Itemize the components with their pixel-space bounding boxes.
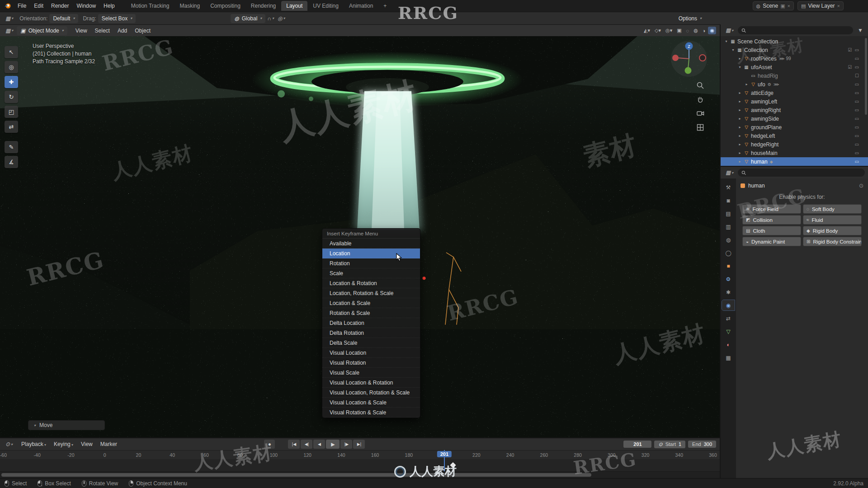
- workspace-tab-masking[interactable]: Masking: [175, 1, 205, 11]
- snap-toggle[interactable]: ∩▾: [265, 14, 276, 23]
- properties-search[interactable]: [738, 169, 865, 177]
- ortho-grid-icon[interactable]: [696, 123, 704, 131]
- drag-dropdown[interactable]: Select Box ▾: [98, 14, 136, 23]
- show-overlays-dropdown[interactable]: ◎▾: [664, 27, 674, 34]
- properties-tab-output[interactable]: ▤: [722, 208, 735, 219]
- outliner-row-hedgeright[interactable]: ▸▽hedgeRight▭: [721, 140, 868, 149]
- keyframe-menu-item-scale[interactable]: Scale: [322, 268, 420, 278]
- workspace-tab-uv-editing[interactable]: UV Editing: [308, 1, 344, 11]
- dynamic-paint-button[interactable]: ◒Dynamic Paint: [742, 237, 801, 246]
- properties-tab-particles[interactable]: ✱: [722, 287, 735, 297]
- force-field-button[interactable]: ≋Force Field: [742, 204, 801, 214]
- keyframe-menu-item-visual-location[interactable]: Visual Location: [322, 348, 420, 358]
- keyframe-menu-item-available[interactable]: Available: [322, 239, 420, 249]
- outliner-search-input[interactable]: [749, 28, 849, 33]
- viewport-menu-add[interactable]: Add: [114, 26, 131, 35]
- play-reverse-button[interactable]: ◀: [313, 440, 325, 449]
- collision-button[interactable]: ◩Collision: [742, 215, 801, 225]
- filter-icon[interactable]: ▼: [856, 26, 865, 34]
- viewport-menu-select[interactable]: Select: [91, 26, 113, 35]
- pan-hand-icon[interactable]: [696, 95, 704, 103]
- menu-window[interactable]: Window: [73, 1, 99, 10]
- outliner-row-roofpieces[interactable]: ▸▽roofPieces⋙99▭: [721, 54, 868, 63]
- timeline-track[interactable]: [0, 459, 720, 471]
- checkbox-icon[interactable]: ☑: [848, 65, 852, 70]
- screen-toggle-icon[interactable]: ▭: [855, 47, 859, 52]
- keyframe-menu-item-location[interactable]: Location: [322, 249, 420, 258]
- outliner-scrollbar[interactable]: [865, 38, 867, 115]
- workspace-tab-compositing[interactable]: Compositing: [205, 1, 245, 11]
- outliner-row-headrig[interactable]: ▭headRig☐: [721, 71, 868, 80]
- outliner-row-ufo[interactable]: ▸▽ufo⚙⋙▭: [721, 80, 868, 89]
- frame-end-field[interactable]: End 300: [688, 441, 716, 448]
- move-tool[interactable]: ✚: [5, 76, 18, 88]
- properties-tab-view-layer[interactable]: ▥: [722, 221, 735, 232]
- screen-toggle-icon[interactable]: ▭: [855, 159, 859, 164]
- viewport-menu-view[interactable]: View: [72, 26, 91, 35]
- new-scene-button[interactable]: ▣: [780, 3, 785, 9]
- fluid-button[interactable]: ≈Fluid: [803, 215, 862, 225]
- viewport-editor-type-button[interactable]: ▦ ▾: [4, 27, 15, 35]
- properties-tab-render[interactable]: ◙: [722, 195, 735, 206]
- expand-icon[interactable]: ▸: [737, 160, 743, 164]
- select-box-tool[interactable]: ↖: [5, 46, 18, 58]
- cursor-tool[interactable]: ◎: [5, 61, 18, 73]
- outliner-editor-type-button[interactable]: ▦ ▾: [724, 26, 735, 34]
- scene-selector[interactable]: ◍ Scene ▣ ×: [753, 1, 794, 10]
- annotate-tool[interactable]: ✎: [5, 141, 18, 153]
- jump-to-end-button[interactable]: ▶|: [353, 440, 365, 449]
- timeline-editor-type-button[interactable]: ⊙ ▾: [4, 440, 14, 448]
- rigid-body-button[interactable]: ◆Rigid Body: [803, 226, 862, 235]
- timeline-ruler[interactable]: -60-40-200204060801001201401601802002202…: [0, 450, 720, 459]
- editor-type-button[interactable]: ▦ ▾: [4, 14, 15, 23]
- timeline-scrollbar[interactable]: [0, 471, 720, 478]
- properties-tab-texture[interactable]: ▦: [722, 352, 735, 363]
- pin-icon[interactable]: ⊙: [859, 183, 863, 189]
- play-button[interactable]: ▶: [326, 440, 340, 449]
- expand-icon[interactable]: ▸: [737, 142, 743, 146]
- transform-tool[interactable]: ⇄: [5, 121, 18, 133]
- auto-keying-toggle[interactable]: ●: [264, 440, 275, 449]
- timeline-playhead[interactable]: 201: [444, 450, 445, 471]
- outliner-row-collection[interactable]: ▾▦Collection☑▭: [721, 46, 868, 54]
- workspace-tab-add[interactable]: +: [378, 1, 392, 11]
- expand-icon[interactable]: ▸: [737, 99, 743, 103]
- shading-rendered-button[interactable]: ◉: [708, 27, 716, 34]
- timeline-menu-keying[interactable]: Keying ▾: [50, 440, 77, 449]
- expand-icon[interactable]: ▸: [737, 91, 743, 95]
- properties-tab-world[interactable]: ◯: [722, 248, 735, 258]
- camera-view-icon[interactable]: [696, 109, 704, 117]
- outliner-search[interactable]: [738, 26, 853, 34]
- menu-help[interactable]: Help: [100, 1, 118, 10]
- cloth-button[interactable]: ▤Cloth: [742, 226, 801, 235]
- keyframe-menu-item-visual-location-rotation-scale[interactable]: Visual Location, Rotation & Scale: [322, 388, 420, 398]
- keyframe-menu-item-visual-rotation-scale[interactable]: Visual Rotation & Scale: [322, 408, 420, 418]
- keyframe-menu-item-delta-location[interactable]: Delta Location: [322, 318, 420, 328]
- frame-start-field[interactable]: ⊙ Start 1: [654, 441, 685, 448]
- jump-prev-keyframe-button[interactable]: ◀|: [301, 440, 312, 449]
- timeline-menu-marker[interactable]: Marker: [97, 440, 121, 449]
- outliner-row-scene-collection[interactable]: ▾▦Scene Collection: [721, 37, 868, 46]
- keyframe-menu-item-delta-scale[interactable]: Delta Scale: [322, 338, 420, 348]
- options-dropdown[interactable]: Options ▾: [675, 14, 705, 23]
- keyframe-menu-item-rotation-scale[interactable]: Rotation & Scale: [322, 308, 420, 318]
- keyframe-menu-item-visual-location-scale[interactable]: Visual Location & Scale: [322, 398, 420, 408]
- keyframe-menu-item-location-scale[interactable]: Location & Scale: [322, 298, 420, 308]
- blender-logo-icon[interactable]: [4, 2, 12, 9]
- outliner-row-human[interactable]: ▸▽human◆▭: [721, 157, 868, 166]
- properties-tab-modifiers[interactable]: ⚙: [722, 274, 735, 284]
- screen-toggle-icon[interactable]: ▭: [855, 90, 859, 95]
- keyframe-menu-item-visual-rotation[interactable]: Visual Rotation: [322, 358, 420, 368]
- expand-icon[interactable]: ▸: [744, 82, 750, 86]
- workspace-tab-motion-tracking[interactable]: Motion Tracking: [126, 1, 175, 11]
- properties-tab-constraints[interactable]: ⇄: [722, 313, 735, 324]
- expand-icon[interactable]: ▾: [737, 65, 743, 69]
- outliner-row-awningright[interactable]: ▸▽awningRight▭: [721, 106, 868, 114]
- outliner-row-atticedge[interactable]: ▸▽atticEdge▭: [721, 89, 868, 97]
- keyframe-menu-item-visual-location-rotation[interactable]: Visual Location & Rotation: [322, 378, 420, 388]
- expand-icon[interactable]: ▾: [723, 39, 729, 43]
- properties-tab-material[interactable]: ◐: [722, 339, 735, 350]
- shading-solid-button[interactable]: ◍: [692, 27, 700, 34]
- keyframe-menu-item-rotation[interactable]: Rotation: [322, 258, 420, 268]
- viewport-menu-object[interactable]: Object: [131, 26, 154, 35]
